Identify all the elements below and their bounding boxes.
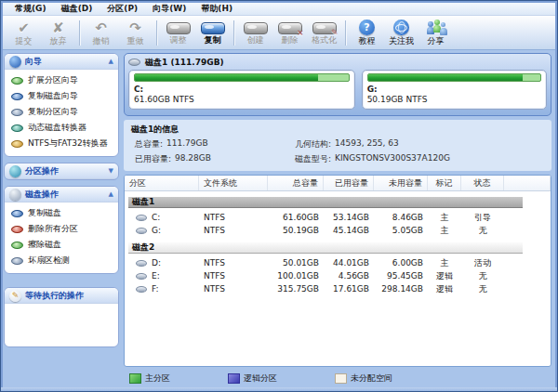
sidebar-item-ntfs-fat32-converter[interactable]: NTFS与FAT32转换器 bbox=[9, 137, 115, 150]
sidebar-item-delete-all-partitions[interactable]: 删除所有分区 bbox=[9, 222, 115, 236]
toolbar-button-create[interactable]: 创建 bbox=[238, 20, 272, 46]
disk-info-total-capacity: 总容量: 111.79GB bbox=[135, 138, 295, 150]
disk-icon bbox=[11, 226, 23, 233]
table-row-g[interactable]: G: NTFS 50.19GB 45.14GB 5.05GB 主 无 bbox=[125, 224, 551, 237]
sidebar-item-bad-sector-check[interactable]: 坏扇区检测 bbox=[9, 254, 115, 268]
menu-item-disk[interactable]: 磁盘(D) bbox=[55, 3, 100, 15]
toolbar-button-tutorial[interactable]: ? 教程 bbox=[350, 19, 384, 46]
sidebar-section-disk-ops-header[interactable]: 磁盘操作 ▲ bbox=[5, 187, 118, 203]
partition-block-g[interactable]: G: 50.19GB NTFS bbox=[362, 70, 547, 110]
toolbar-button-undo[interactable]: ↶ 撤销 bbox=[84, 20, 118, 46]
toolbar-button-label: 撤销 bbox=[93, 36, 110, 46]
toolbar-button-label: 创建 bbox=[247, 35, 264, 45]
status-cell: 引导 bbox=[461, 212, 504, 224]
window-bottom-frame bbox=[1, 387, 557, 391]
total-cell: 50.19GB bbox=[268, 226, 324, 235]
unused-cell: 8.46GB bbox=[374, 213, 428, 222]
sidebar-item-extend-partition-wizard[interactable]: 扩展分区向导 bbox=[9, 73, 115, 87]
field-value: 98.28GB bbox=[175, 153, 211, 165]
disk-icon bbox=[11, 77, 23, 85]
collapse-chevron-icon[interactable]: ▼ bbox=[109, 167, 113, 175]
table-row-f[interactable]: F: NTFS 315.75GB 17.61GB 298.14GB 逻辑 无 bbox=[125, 282, 551, 295]
disk-group-row-1[interactable]: 磁盘1 bbox=[128, 197, 523, 208]
disk-map-body: C: 61.60GB NTFS G: 50.19GB NTFS bbox=[128, 70, 547, 110]
sidebar-section-wizards-header[interactable]: 向导 ▲ bbox=[5, 54, 118, 70]
sidebar-item-copy-disk[interactable]: 复制磁盘 bbox=[9, 206, 115, 220]
sidebar-item-copy-disk-wizard[interactable]: 复制磁盘向导 bbox=[9, 89, 115, 103]
sidebar-section-partition-ops-header[interactable]: 分区操作 ▼ bbox=[5, 163, 118, 179]
toolbar-button-follow[interactable]: 关注我 bbox=[384, 19, 418, 46]
column-header-filesystem[interactable]: 文件系统 bbox=[199, 176, 268, 190]
sidebar-item-label: 删除所有分区 bbox=[28, 223, 78, 235]
column-header-total[interactable]: 总容量 bbox=[268, 176, 324, 190]
status-cell: 无 bbox=[461, 283, 504, 295]
pending-ops-pencil-icon: ✎ bbox=[9, 290, 21, 302]
sidebar-item-label: 坏扇区检测 bbox=[28, 255, 70, 267]
resize-disk-icon bbox=[166, 22, 191, 34]
sidebar-section-disk-ops-body: 复制磁盘 删除所有分区 擦除磁盘 坏扇区检测 bbox=[5, 203, 118, 273]
table-row-e[interactable]: E: NTFS 100.01GB 4.56GB 95.45GB 逻辑 无 bbox=[125, 269, 551, 282]
menu-item-help[interactable]: 帮助(H) bbox=[194, 3, 239, 15]
table-row-c[interactable]: C: NTFS 61.60GB 53.14GB 8.46GB 主 引导 bbox=[125, 211, 551, 224]
field-value: 14593, 255, 63 bbox=[335, 138, 399, 150]
toolbar-button-format[interactable]: ✎ 格式化 bbox=[307, 20, 341, 46]
total-cell: 61.60GB bbox=[268, 213, 324, 222]
unallocated-space-swatch-icon bbox=[335, 373, 347, 384]
disk-group-row-2[interactable]: 磁盘2 bbox=[128, 242, 523, 254]
filesystem-cell: NTFS bbox=[199, 271, 268, 281]
disk-map-header: 磁盘1 (111.79GB) bbox=[128, 55, 547, 70]
toolbar-button-resize[interactable]: 调整 bbox=[161, 20, 195, 46]
follow-globe-icon bbox=[393, 20, 409, 35]
column-header-unused[interactable]: 未用容量 bbox=[374, 176, 428, 190]
menu-item-partition[interactable]: 分区(P) bbox=[100, 3, 144, 15]
disk-icon bbox=[136, 273, 147, 280]
menu-item-general[interactable]: 常规(G) bbox=[8, 3, 53, 15]
partition-cell: E: bbox=[125, 271, 199, 281]
column-header-partition[interactable]: 分区 bbox=[125, 176, 199, 190]
toolbar-button-share[interactable]: 分享 bbox=[418, 19, 453, 46]
column-header-mark[interactable]: 标记 bbox=[428, 176, 461, 190]
menu-item-wizard[interactable]: 向导(W) bbox=[146, 3, 193, 15]
partition-cell: F: bbox=[125, 284, 199, 294]
toolbar-button-discard[interactable]: ✘ 放弃 bbox=[41, 20, 75, 46]
field-value: 111.79GB bbox=[166, 138, 208, 150]
table-row-d[interactable]: D: NTFS 50.01GB 44.01GB 6.00GB 主 活动 bbox=[125, 256, 551, 269]
disk-info-grid: 总容量: 111.79GB 几何结构: 14593, 255, 63 已用容量:… bbox=[131, 138, 542, 165]
field-label: 总容量: bbox=[135, 138, 163, 150]
mark-cell: 主 bbox=[428, 225, 461, 237]
toolbar-button-commit[interactable]: ✔ 提交 bbox=[7, 20, 41, 46]
toolbar-button-copy[interactable]: 复制 bbox=[195, 20, 230, 46]
field-label: 磁盘型号: bbox=[295, 153, 331, 165]
partition-block-c[interactable]: C: 61.60GB NTFS bbox=[128, 70, 355, 110]
sidebar-item-wipe-disk[interactable]: 擦除磁盘 bbox=[9, 238, 115, 252]
column-header-status[interactable]: 状态 bbox=[461, 176, 504, 190]
sidebar-section-partition-ops: 分区操作 ▼ bbox=[4, 163, 119, 180]
collapse-chevron-icon[interactable]: ▲ bbox=[109, 190, 113, 198]
status-cell: 活动 bbox=[461, 257, 504, 269]
logical-partition-swatch-icon bbox=[228, 373, 240, 384]
column-header-used[interactable]: 已用容量 bbox=[324, 176, 374, 190]
disk-icon bbox=[136, 260, 147, 267]
collapse-chevron-icon[interactable]: ▲ bbox=[109, 58, 113, 65]
disk-icon bbox=[128, 59, 140, 66]
sidebar-item-label: 复制分区向导 bbox=[28, 106, 78, 118]
toolbar-button-label: 复制 bbox=[205, 35, 221, 45]
section-title: 磁盘操作 bbox=[25, 189, 59, 201]
disk-ops-gear-icon bbox=[9, 189, 21, 201]
app-body: 向导 ▲ 扩展分区向导 复制磁盘向导 复制分区向导 bbox=[1, 50, 557, 387]
used-cell: 4.56GB bbox=[324, 271, 374, 281]
sidebar-section-pending-ops-header[interactable]: ✎ 等待执行的操作 bbox=[5, 288, 118, 304]
toolbar-button-redo[interactable]: ↷ 重做 bbox=[118, 20, 153, 46]
disk-icon bbox=[136, 215, 147, 221]
legend-label: 主分区 bbox=[145, 372, 170, 385]
toolbar-button-delete[interactable]: × 删除 bbox=[272, 20, 307, 46]
partition-info: 61.60GB NTFS bbox=[134, 95, 350, 105]
disk-icon bbox=[11, 124, 23, 132]
disk-icon bbox=[11, 140, 23, 148]
commit-check-icon: ✔ bbox=[18, 20, 30, 35]
usage-track bbox=[367, 73, 541, 82]
create-disk-icon bbox=[244, 22, 268, 34]
sidebar-item-dynamic-disk-converter[interactable]: 动态磁盘转换器 bbox=[9, 121, 115, 135]
sidebar-item-copy-partition-wizard[interactable]: 复制分区向导 bbox=[9, 105, 115, 119]
legend-bar: 主分区 逻辑分区 未分配空间 bbox=[124, 371, 551, 386]
